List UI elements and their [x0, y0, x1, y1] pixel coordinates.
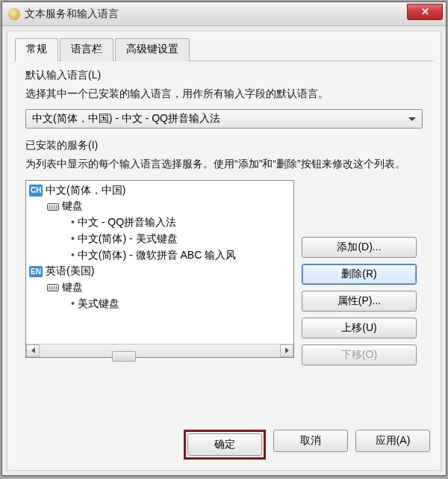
tree-keyboard-en[interactable]: 键盘: [29, 279, 290, 296]
tree-lang-en[interactable]: EN英语(美国): [29, 263, 290, 279]
group-installed-services: 已安装的服务(I) 为列表中显示的每个输入语言选择服务。使用“添加”和“删除”按…: [15, 139, 433, 365]
tab-strip: 常规 语言栏 高级键设置: [15, 37, 433, 61]
tree-item[interactable]: • 中文(简体) - 微软拼音 ABC 输入风: [29, 247, 290, 264]
services-buttons: 添加(D)... 删除(R) 属性(P)... 上移(U) 下移(O): [302, 180, 417, 365]
scroll-thumb[interactable]: [112, 351, 136, 362]
services-tree[interactable]: CH中文(简体，中国) 键盘 • 中文 - QQ拼音输入法 • 中文(简体) -…: [26, 181, 293, 344]
ok-button[interactable]: 确定: [187, 433, 262, 456]
window-title: 文本服务和输入语言: [25, 7, 407, 21]
arrow-right-icon: [285, 347, 289, 353]
tree-item[interactable]: • 中文(简体) - 美式键盘: [29, 231, 290, 247]
close-button[interactable]: ✕: [407, 4, 443, 20]
tab-general[interactable]: 常规: [15, 38, 58, 61]
tree-keyboard-ch[interactable]: 键盘: [29, 198, 290, 214]
lang-badge-ch: CH: [29, 185, 43, 197]
dialog-footer: 确定 取消 应用(A): [15, 422, 433, 463]
services-row: CH中文(简体，中国) 键盘 • 中文 - QQ拼音输入法 • 中文(简体) -…: [25, 180, 423, 365]
default-lang-combo[interactable]: 中文(简体，中国) - 中文 - QQ拼音输入法: [25, 109, 423, 129]
lang-badge-en: EN: [29, 266, 43, 278]
tree-lang-ch-label: 中文(简体，中国): [46, 184, 125, 196]
services-tree-container: CH中文(简体，中国) 键盘 • 中文 - QQ拼音输入法 • 中文(简体) -…: [25, 180, 294, 358]
keyboard-icon: [47, 284, 59, 291]
arrow-left-icon: [31, 347, 35, 353]
tab-advanced[interactable]: 高级键设置: [115, 38, 190, 61]
tree-lang-en-label: 英语(美国): [46, 265, 94, 276]
tree-item[interactable]: • 中文 - QQ拼音输入法: [29, 214, 290, 231]
scroll-right-button[interactable]: [280, 344, 293, 357]
tab-langbar[interactable]: 语言栏: [60, 38, 113, 61]
cancel-button[interactable]: 取消: [273, 430, 348, 452]
tree-keyboard-ch-label: 键盘: [62, 200, 83, 211]
horizontal-scrollbar[interactable]: [26, 344, 293, 357]
chevron-down-icon: [408, 117, 416, 121]
titlebar[interactable]: 文本服务和输入语言 ✕: [2, 2, 446, 26]
app-icon: [8, 8, 20, 20]
tree-item[interactable]: • 美式键盘: [29, 296, 290, 312]
properties-button[interactable]: 属性(P)...: [302, 291, 417, 312]
keyboard-icon: [47, 203, 59, 211]
default-lang-value: 中文(简体，中国) - 中文 - QQ拼音输入法: [32, 112, 220, 126]
dialog-window: 文本服务和输入语言 ✕ 常规 语言栏 高级键设置 默认输入语言(L) 选择其中一…: [1, 1, 447, 476]
tree-lang-ch[interactable]: CH中文(简体，中国): [29, 182, 290, 199]
add-button[interactable]: 添加(D)...: [302, 237, 417, 258]
ok-highlight: 确定: [184, 430, 266, 460]
services-title: 已安装的服务(I): [25, 139, 423, 152]
movedown-button: 下移(O): [302, 344, 417, 365]
moveup-button[interactable]: 上移(U): [302, 318, 417, 339]
remove-button[interactable]: 删除(R): [302, 264, 417, 285]
services-desc: 为列表中显示的每个输入语言选择服务。使用“添加”和“删除”按钮来修改这个列表。: [25, 155, 423, 172]
client-area: 常规 语言栏 高级键设置 默认输入语言(L) 选择其中一个已安装的输入语言，用作…: [7, 31, 441, 471]
scroll-left-button[interactable]: [26, 344, 40, 357]
default-lang-title: 默认输入语言(L): [25, 69, 423, 82]
group-default-language: 默认输入语言(L) 选择其中一个已安装的输入语言，用作所有输入字段的默认语言。 …: [15, 69, 433, 129]
close-icon: ✕: [421, 6, 429, 17]
tree-keyboard-en-label: 键盘: [62, 281, 83, 293]
default-lang-desc: 选择其中一个已安装的输入语言，用作所有输入字段的默认语言。: [25, 85, 423, 102]
apply-button[interactable]: 应用(A): [355, 430, 430, 452]
